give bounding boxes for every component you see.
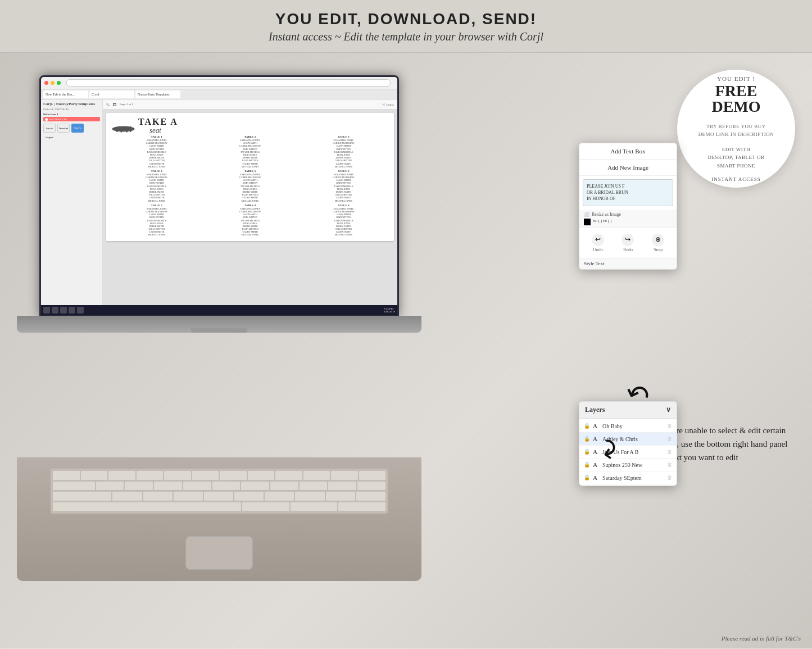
delete-icon: 🗑 <box>667 423 672 429</box>
key <box>164 471 191 480</box>
delete-icon: 🗑 <box>667 462 672 468</box>
layer-item-oh-baby[interactable]: 🔒 A Oh Baby 🗑 <box>579 420 677 433</box>
key-row-2 <box>53 482 385 491</box>
terms-text: Please read ad in full for T&C's <box>722 635 801 642</box>
save-original-btn[interactable]: Save to Original <box>43 124 56 133</box>
lock-icon: 🔒 <box>584 475 590 480</box>
you-edit-label: YOU EDIT ! <box>717 75 755 82</box>
style-text-label: Style Text <box>579 258 677 269</box>
table-block-6: TABLE 6 SAMANTHA JONESCARRIE BRADSHAWJAS… <box>298 170 389 202</box>
keyboard-area <box>17 457 421 581</box>
layer-name-oh-baby: Oh Baby <box>602 423 664 429</box>
key <box>331 471 358 480</box>
free-label: FREE <box>715 83 757 99</box>
incomplete-badge: ⬤ INCOMPLETE <box>43 117 100 121</box>
snap-button[interactable]: ⊕ Snap <box>652 234 664 252</box>
browser-tabs: New Tab in the Bro... C ord NoorayParty … <box>41 89 397 99</box>
text-preview-box: PLEASE JOIN US FOR A BRIDAL BRUNIN HONOR… <box>583 179 673 206</box>
table-block-2: TABLE 2 SAMANTHA JONESJASON SMITHCARRIE … <box>204 135 296 168</box>
top-banner: YOU EDIT, DOWNLOAD, SEND! Instant access… <box>0 0 812 53</box>
alligator-icon <box>111 121 136 134</box>
key <box>81 471 108 480</box>
table-5-guests: SAMANTHA JONESCARRIE BRADSHAWJASON SMITH… <box>204 173 296 202</box>
key-row-3 <box>53 492 385 501</box>
resize-icon: ⬜ <box>584 212 589 217</box>
browser-tab-2: C ord <box>89 90 134 98</box>
key <box>234 492 264 501</box>
key <box>270 482 298 491</box>
width-label: W: [ ] H: [ ] <box>593 219 611 225</box>
key <box>241 482 269 491</box>
editor-toolbar: 🔍 🔲 Page: 1 of 1 🛒 Orders <box>103 99 397 110</box>
key <box>265 492 294 501</box>
toolbar-zoom: 🔲 <box>113 103 116 106</box>
laptop: New Tab in the Bro... C ord NoorayParty … <box>17 75 421 581</box>
chart-header: TAKE A seat <box>111 117 389 134</box>
key-row-4 <box>53 502 385 512</box>
try-before-label: TRY BEFORE YOU BUY DEMO LINK IN DESCRIPT… <box>698 122 774 139</box>
taskbar-app-2 <box>60 307 67 314</box>
browser-tab-1: New Tab in the Bro... <box>43 90 88 98</box>
seat-label: seat <box>149 126 178 134</box>
color-swatch[interactable] <box>584 219 591 225</box>
spacebar-key <box>53 502 241 512</box>
key <box>154 482 182 491</box>
table-block-5: TABLE 5 SAMANTHA JONESCARRIE BRADSHAWJAS… <box>204 170 296 202</box>
table-3-guests: SAMANTHA JONESCARRIE BRADSHAWJASON SMITH… <box>298 139 389 168</box>
image-resize-controls: ⬜ Resize as Image W: [ ] H: [ ] <box>579 210 677 228</box>
corjl-sidebar: Corjl. | NoorayPartyTemplates Order Id: … <box>41 99 103 315</box>
lock-icon: 🔒 <box>584 462 590 468</box>
item-label: Hello Item 1 <box>43 113 100 116</box>
key <box>183 482 211 491</box>
add-new-image-button[interactable]: Add New Image <box>579 160 677 176</box>
download-btn[interactable]: Download <box>57 124 70 133</box>
key <box>326 492 355 501</box>
dimension-inputs: W: [ ] H: [ ] <box>584 219 672 225</box>
url-bar <box>66 79 391 87</box>
key <box>174 492 203 501</box>
close-dot <box>44 81 48 85</box>
trackpad[interactable] <box>185 536 253 570</box>
table-7-guests: SAMANTHA JONESCARRIE BRADSHAWJASON SMITH… <box>111 207 202 237</box>
table-9-guests: SAMANTHA JONESCARRIE BRADSHAWJASON SMITH… <box>298 207 389 237</box>
table-block-4: TABLE 4 SAMANTHA JONESCARRIE BRADSHAWJAS… <box>111 170 202 202</box>
add-text-box-button[interactable]: Add Text Box <box>579 143 677 160</box>
browser-tab-3: NoorayParty Templates <box>135 90 180 98</box>
table-9-title: TABLE 9 <box>298 204 389 207</box>
layer-item-saturday[interactable]: 🔒 A Saturday SEptem 🗑 <box>579 471 677 484</box>
table-8-title: TABLE 8 <box>204 204 296 207</box>
key <box>242 502 289 512</box>
taskbar-app-4 <box>77 307 84 314</box>
undo-icon: ↩ <box>592 234 604 246</box>
resize-row: ⬜ Resize as Image <box>584 212 672 217</box>
layers-title: Layers <box>585 406 605 414</box>
key <box>300 482 328 491</box>
svg-rect-4 <box>116 130 118 132</box>
table-1-title: TABLE 1 <box>111 135 202 138</box>
key <box>328 482 356 491</box>
key <box>53 492 111 501</box>
key <box>295 492 324 501</box>
key <box>220 471 247 480</box>
redo-button[interactable]: ↪ Redo <box>622 234 634 252</box>
table-5-title: TABLE 5 <box>204 170 296 173</box>
redo-icon: ↪ <box>622 234 634 246</box>
taskbar-start <box>43 307 50 314</box>
keyboard-keys <box>51 469 388 514</box>
table-block-7: TABLE 7 SAMANTHA JONESCARRIE BRADSHAWJAS… <box>111 204 202 237</box>
svg-rect-5 <box>121 131 123 133</box>
seating-chart-document: TAKE A seat TABLE 1 SAMANTHA JONESCARRIE… <box>106 113 394 241</box>
layer-type-A: A <box>593 423 600 429</box>
table-2-title: TABLE 2 <box>204 135 296 138</box>
table-block-1: TABLE 1 SAMANTHA JONESCARRIE BRADSHAWJAS… <box>111 135 202 168</box>
svg-point-3 <box>130 126 131 128</box>
layer-type-A: A <box>593 474 600 481</box>
key <box>291 502 338 512</box>
key <box>248 471 275 480</box>
key <box>137 471 164 480</box>
lock-icon: 🔒 <box>584 423 590 429</box>
browser-content: Corjl. | NoorayPartyTemplates Order Id: … <box>41 99 397 315</box>
undo-button[interactable]: ↩ Undo <box>592 234 604 252</box>
approve-btn[interactable]: Approve <box>71 124 84 133</box>
layer-name-saturday: Saturday SEptem <box>602 475 664 481</box>
